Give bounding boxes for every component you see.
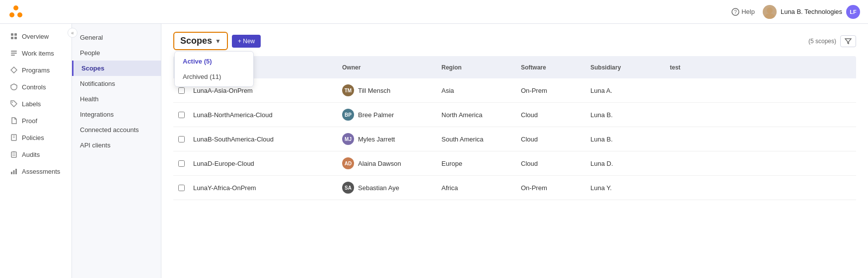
- second-sidebar-label: Notifications: [80, 80, 115, 87]
- table-body: LunaA-Asia-OnPrem TM Till Mensch Asia On…: [173, 78, 856, 200]
- chevron-down-icon[interactable]: ▼: [215, 38, 221, 45]
- row-region: South America: [437, 131, 517, 148]
- svg-point-0: [13, 5, 18, 10]
- scopes-title-wrapper: Scopes ▼ Active (5) Archived (11): [173, 32, 261, 50]
- svg-rect-19: [11, 152, 16, 157]
- second-sidebar-item-integrations[interactable]: Integrations: [72, 107, 161, 122]
- row-name: LunaD-Europe-Cloud: [189, 155, 338, 172]
- main-content: Scopes ▼ Active (5) Archived (11): [161, 24, 868, 278]
- row-checkbox-cell: [173, 181, 189, 195]
- second-sidebar-item-people[interactable]: People: [72, 45, 161, 61]
- row-owner: AD Alaina Dawson: [338, 152, 437, 174]
- user-initials: LF: [846, 5, 860, 19]
- row-test: [666, 85, 725, 95]
- table-container: ▲ Name Owner Region Software Subsidiary …: [173, 56, 856, 200]
- grid-icon: [10, 32, 18, 40]
- svg-rect-20: [13, 151, 15, 152]
- sidebar: « Overview Work items Programs Controls: [0, 24, 72, 278]
- svg-rect-23: [11, 172, 12, 174]
- row-subsidiary: Luna D.: [586, 155, 666, 172]
- table-row[interactable]: LunaB-NorthAmerica-Cloud BP Bree Palmer …: [173, 103, 856, 127]
- svg-rect-13: [11, 55, 15, 56]
- topbar-left: [8, 4, 24, 20]
- book-icon: [10, 134, 18, 141]
- row-owner: MJ Myles Jarrett: [338, 128, 437, 150]
- row-owner: BP Bree Palmer: [338, 104, 437, 126]
- tag-icon: [10, 100, 18, 108]
- row-owner: TM Till Mensch: [338, 79, 437, 101]
- svg-rect-9: [11, 37, 13, 39]
- row-software: On-Prem: [517, 82, 586, 99]
- avatar: TM: [342, 84, 354, 96]
- second-sidebar-item-connected-accounts[interactable]: Connected accounts: [72, 122, 161, 138]
- topbar-right: ? Help Luna B. Technologies LF: [731, 5, 860, 19]
- row-test: [666, 158, 725, 168]
- header-region: Region: [437, 62, 517, 73]
- row-checkbox[interactable]: [178, 160, 185, 167]
- table-row[interactable]: LunaB-SouthAmerica-Cloud MJ Myles Jarret…: [173, 127, 856, 151]
- second-sidebar-item-notifications[interactable]: Notifications: [72, 76, 161, 91]
- second-sidebar-item-api-clients[interactable]: API clients: [72, 138, 161, 153]
- svg-point-5: [767, 7, 773, 13]
- row-software: Cloud: [517, 155, 586, 172]
- sidebar-item-label: Audits: [22, 151, 40, 158]
- row-checkbox[interactable]: [178, 136, 185, 142]
- table-row[interactable]: LunaD-Europe-Cloud AD Alaina Dawson Euro…: [173, 151, 856, 176]
- row-checkbox[interactable]: [178, 87, 185, 94]
- sidebar-item-policies[interactable]: Policies: [2, 130, 70, 145]
- list-icon: [10, 49, 18, 57]
- second-sidebar: General People Scopes Notifications Heal…: [72, 24, 161, 278]
- sidebar-item-label: Overview: [22, 33, 49, 40]
- user-info[interactable]: Luna B. Technologies LF: [763, 5, 860, 19]
- avatar: MJ: [342, 133, 354, 145]
- row-checkbox[interactable]: [178, 112, 185, 118]
- row-region: Africa: [437, 179, 517, 197]
- svg-rect-7: [11, 33, 13, 36]
- row-test: [666, 183, 725, 193]
- file-icon: [10, 117, 18, 125]
- svg-rect-11: [11, 51, 17, 52]
- new-scope-button[interactable]: + New: [232, 35, 261, 48]
- second-sidebar-item-scopes[interactable]: Scopes: [72, 61, 161, 76]
- scopes-header: Scopes ▼ Active (5) Archived (11): [173, 32, 856, 50]
- row-subsidiary: Luna Y.: [586, 179, 666, 197]
- logo-icon[interactable]: [8, 4, 24, 20]
- svg-rect-24: [13, 170, 15, 174]
- row-checkbox-cell: [173, 132, 189, 146]
- diamond-icon: [10, 66, 18, 74]
- second-sidebar-item-general[interactable]: General: [72, 30, 161, 45]
- sidebar-item-work-items[interactable]: Work items: [2, 45, 70, 61]
- row-checkbox[interactable]: [178, 185, 185, 191]
- sidebar-item-audits[interactable]: Audits: [2, 146, 70, 162]
- sidebar-item-labels[interactable]: Labels: [2, 96, 70, 112]
- sidebar-item-programs[interactable]: Programs: [2, 62, 70, 78]
- sidebar-item-label: Controls: [22, 83, 46, 91]
- svg-rect-8: [14, 33, 17, 36]
- table-row[interactable]: LunaA-Asia-OnPrem TM Till Mensch Asia On…: [173, 78, 856, 103]
- sidebar-item-controls[interactable]: Controls: [2, 79, 70, 95]
- help-button[interactable]: ? Help: [731, 8, 755, 16]
- dropdown-item-label: Archived (11): [183, 73, 221, 80]
- layout: « Overview Work items Programs Controls: [0, 0, 868, 278]
- chart-icon: [10, 167, 18, 175]
- sidebar-item-overview[interactable]: Overview: [2, 28, 70, 44]
- dropdown-item-archived[interactable]: Archived (11): [175, 69, 253, 84]
- row-subsidiary: Luna B.: [586, 131, 666, 148]
- second-sidebar-item-health[interactable]: Health: [72, 91, 161, 107]
- sidebar-item-proof[interactable]: Proof: [2, 113, 70, 129]
- scope-count: (5 scopes): [808, 38, 836, 45]
- filter-button[interactable]: [840, 35, 856, 47]
- row-software: Cloud: [517, 106, 586, 124]
- user-name: Luna B. Technologies: [781, 8, 842, 15]
- header-right: (5 scopes): [808, 35, 856, 47]
- second-sidebar-label: Integrations: [80, 111, 114, 118]
- dropdown-item-label: Active (5): [183, 58, 212, 65]
- dropdown-item-active[interactable]: Active (5): [175, 54, 253, 69]
- svg-rect-25: [15, 169, 17, 174]
- svg-rect-12: [11, 53, 17, 54]
- sidebar-item-assessments[interactable]: Assessments: [2, 163, 70, 179]
- svg-point-6: [765, 13, 775, 19]
- second-sidebar-label: Connected accounts: [80, 126, 139, 134]
- sidebar-collapse-button[interactable]: «: [68, 28, 77, 38]
- table-row[interactable]: LunaY-Africa-OnPrem SA Sebastian Aye Afr…: [173, 176, 856, 200]
